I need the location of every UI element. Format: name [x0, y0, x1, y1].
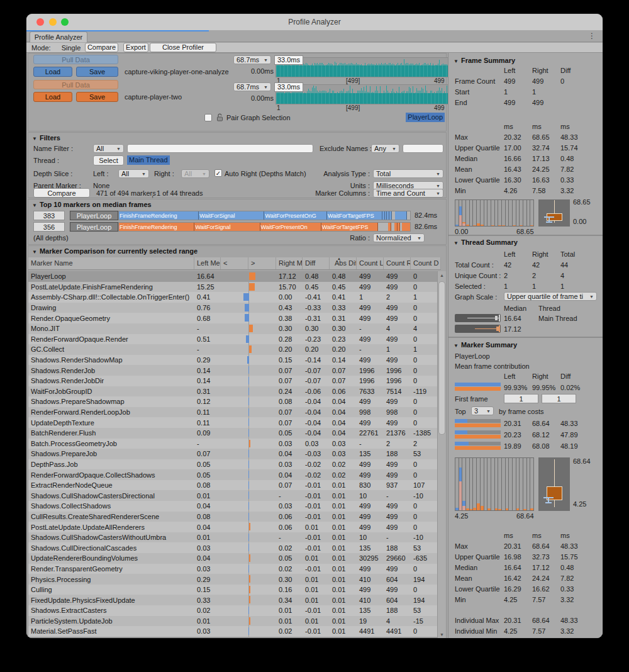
thread-range-bar[interactable]	[455, 325, 501, 333]
foldout-icon[interactable]: ▼	[32, 249, 37, 255]
load-left-button[interactable]: Load	[33, 67, 72, 77]
pair-graph-selection-checkbox[interactable]	[204, 114, 212, 121]
col-count-right[interactable]: Count R	[384, 257, 411, 269]
table-row[interactable]: UpdateDepthTexture0.110.07-0.040.0449949…	[28, 417, 441, 428]
load-right-button[interactable]: Load	[33, 92, 72, 102]
foldout-icon[interactable]: ▼	[454, 343, 459, 349]
depth-right-dropdown[interactable]: All▼	[181, 169, 209, 178]
table-row[interactable]: Batch.ProcessGeometryJob-0.030.030.03-22	[28, 439, 441, 449]
top10-frame-index[interactable]: 356	[33, 222, 65, 232]
close-profiler-window-button[interactable]: Close Profiler Window	[150, 43, 216, 52]
table-row[interactable]: Shadows.RenderShadowMap0.290.15-0.140.14…	[28, 355, 441, 366]
table-row[interactable]: BatchRenderer.Flush0.090.05-0.040.042276…	[28, 428, 441, 439]
threshold-right-badge[interactable]: 33.0ms	[274, 82, 303, 92]
table-row[interactable]: FixedUpdate.PhysicsFixedUpdate0.330.340.…	[28, 595, 441, 605]
col-right-bar[interactable]: >	[248, 257, 276, 269]
top-count-dropdown[interactable]: 3▼	[471, 406, 494, 415]
table-row[interactable]: Render.OpaqueGeometry0.680.38-0.310.3149…	[28, 313, 441, 323]
table-row[interactable]: RenderForwardOpaque.CollectShadows0.050.…	[28, 469, 441, 480]
table-row[interactable]: Shadows.RenderJobDir0.140.07-0.070.07199…	[28, 376, 441, 386]
top10-marker-track[interactable]: FinishFrameRenderingWaitForSignalWaitFor…	[118, 211, 411, 220]
foldout-icon[interactable]: ▼	[454, 59, 459, 64]
range-left-dropdown[interactable]: 68.7ms▼	[233, 55, 271, 64]
table-row[interactable]: Shadows.CullShadowCastersWithoutUmbra0.0…	[28, 532, 441, 543]
ratio-dropdown[interactable]: Normalized▼	[373, 233, 425, 242]
table-row[interactable]: Shadows.CullDirectionalCascades0.030.02-…	[28, 542, 441, 553]
col-marker-name[interactable]: Marker Name	[28, 257, 194, 269]
graph-scale-dropdown[interactable]: Upper quartile of frame ti▼	[504, 292, 597, 301]
table-row[interactable]: GC.Collect-0.200.200.20-11	[28, 344, 441, 355]
col-count-left[interactable]: Count L	[357, 257, 384, 269]
marker-segment[interactable]	[402, 223, 411, 231]
exclude-names-input[interactable]	[403, 144, 443, 153]
scroll-up-icon[interactable]: ▲	[438, 271, 446, 279]
range-right-dropdown[interactable]: 68.7ms▼	[233, 82, 271, 91]
foldout-icon[interactable]: ▼	[32, 136, 37, 142]
table-row[interactable]: ParticleSystem.UpdateJob0.010.010.010.01…	[28, 616, 441, 627]
table-row[interactable]: PostLateUpdate.UpdateAllRenderers0.040.0…	[28, 522, 441, 532]
table-row[interactable]: Culling0.150.160.010.014994990	[28, 585, 441, 595]
top10-frame-index[interactable]: 383	[33, 211, 65, 220]
thread-select-button[interactable]: Select	[93, 155, 124, 165]
table-row[interactable]: RenderForward.RenderLoopJob0.110.07-0.04…	[28, 407, 441, 418]
table-row[interactable]: Drawing0.760.43-0.330.334994990	[28, 303, 441, 313]
foldout-icon[interactable]: ▼	[454, 240, 459, 246]
col-right-median[interactable]: Right Med	[276, 257, 303, 269]
table-row[interactable]: Shadows.CullShadowCastersDirectional0.01…	[28, 490, 441, 501]
table-row[interactable]: Shadows.ExtractCasters0.020.01-0.010.011…	[28, 605, 441, 616]
exclude-mode-dropdown[interactable]: Any▼	[371, 144, 399, 153]
marker-segment[interactable]: WaitForTargetFPS	[327, 211, 382, 220]
mode-compare-button[interactable]: Compare	[85, 43, 118, 52]
vertical-scrollbar[interactable]: ▲ ▼	[437, 271, 446, 638]
marker-segment[interactable]: WaitForPresentOn	[260, 223, 321, 231]
foldout-icon[interactable]: ▼	[32, 203, 37, 208]
table-row[interactable]: Physics.Processing0.290.300.010.01410604…	[28, 574, 441, 585]
save-right-button[interactable]: Save	[76, 92, 118, 102]
col-left-bar[interactable]: <	[221, 257, 248, 269]
title-bar[interactable]: Profile Analyzer	[26, 14, 603, 30]
scroll-down-icon[interactable]: ▼	[438, 630, 446, 638]
scrollbar-thumb[interactable]	[438, 281, 445, 435]
threshold-left-badge[interactable]: 33.0ms	[274, 55, 303, 65]
table-row[interactable]: Render.TransparentGeometry0.030.02-0.010…	[28, 564, 441, 574]
marker-segment[interactable]: WaitForPresentOnG	[264, 211, 327, 220]
tab-profile-analyzer[interactable]: Profile Analyzer	[30, 31, 87, 42]
table-row[interactable]: PlayerLoop16.6417.120.480.484994990	[28, 271, 441, 282]
table-row[interactable]: DepthPass.Job0.050.03-0.020.024994990	[28, 459, 441, 470]
top10-root-marker[interactable]: PlayerLoop	[70, 222, 118, 232]
table-row[interactable]: Shadows.CollectShadows0.040.03-0.010.014…	[28, 501, 441, 512]
depth-left-dropdown[interactable]: All▼	[118, 169, 149, 178]
table-row[interactable]: Mono.JIT-0.300.300.30-44	[28, 323, 441, 334]
name-filter-input[interactable]	[127, 144, 313, 153]
pull-data-right-button[interactable]: Pull Data	[33, 80, 118, 89]
kebab-menu-icon[interactable]: ⋮	[588, 31, 596, 41]
first-frame-right-button[interactable]: 1	[542, 394, 576, 403]
auto-right-checkbox[interactable]: ✓	[214, 169, 222, 177]
marker-segment[interactable]: WaitForSignal	[199, 211, 264, 220]
marker-segment[interactable]	[395, 211, 407, 220]
table-row[interactable]: PostLateUpdate.FinishFrameRendering15.25…	[28, 282, 441, 293]
table-row[interactable]: WaitForJobGroupID0.310.24-0.060.06763375…	[28, 386, 441, 397]
table-row[interactable]: Shadows.PrepareJob0.070.04-0.030.0313518…	[28, 449, 441, 459]
analysis-type-dropdown[interactable]: Total▼	[373, 169, 443, 178]
marker-columns-dropdown[interactable]: Time and Count▼	[373, 189, 443, 198]
top10-marker-track[interactable]: FinishFrameRenderingWaitForSignalWaitFor…	[118, 222, 411, 232]
compare-button[interactable]: Compare	[33, 188, 90, 198]
mode-single-button[interactable]: Single	[60, 44, 82, 52]
col-diff[interactable]: Diff	[303, 257, 330, 269]
marker-segment[interactable]: FinishFrameRendering	[119, 211, 199, 220]
table-row[interactable]: UpdateRendererBoundingVolumes0.040.050.0…	[28, 553, 441, 564]
selected-marker-highlight[interactable]: PlayerLoop	[406, 113, 445, 122]
name-filter-mode-dropdown[interactable]: All▼	[93, 144, 124, 153]
pull-data-left-button[interactable]: Pull Data	[33, 55, 118, 64]
col-count-diff[interactable]: Count D	[411, 257, 441, 269]
first-frame-left-button[interactable]: 1	[504, 394, 538, 403]
col-left-median[interactable]: Left Med	[194, 257, 221, 269]
table-row[interactable]: CullResults.CreateSharedRendererScene0.0…	[28, 512, 441, 522]
frame-summary-histogram[interactable]	[455, 199, 534, 227]
table-row[interactable]: Shadows.RenderJob0.140.07-0.070.07199619…	[28, 365, 441, 376]
top10-root-marker[interactable]: PlayerLoop	[70, 211, 118, 220]
thread-range-bar[interactable]	[455, 314, 501, 322]
table-row[interactable]: Assembly-CSharp.dll!::Collectable.OnTrig…	[28, 292, 441, 303]
table-row[interactable]: Material.SetPassFast0.030.02-0.010.01449…	[28, 626, 441, 637]
